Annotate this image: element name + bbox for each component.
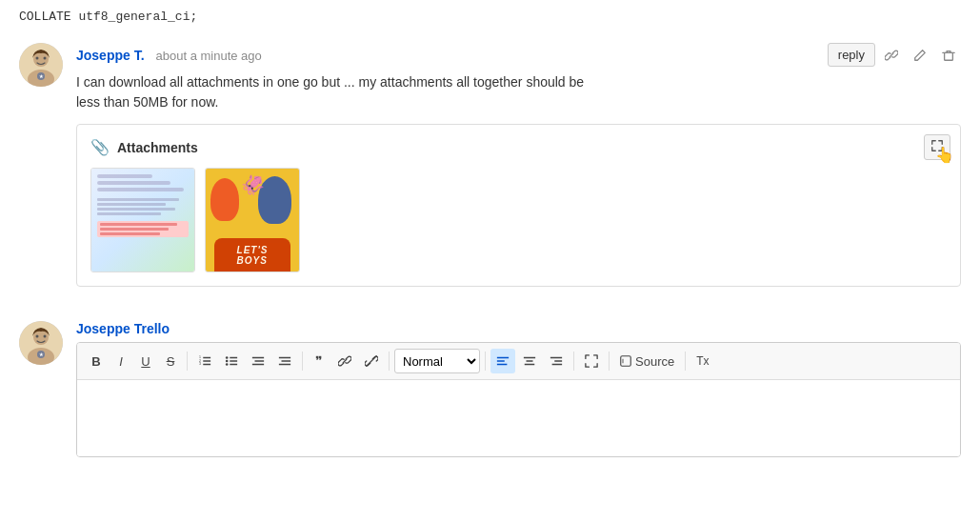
source-button[interactable]: Source (614, 349, 680, 373)
strikethrough-button[interactable]: S (159, 349, 182, 373)
unordered-list-button[interactable] (219, 349, 244, 373)
fullscreen-button[interactable] (579, 349, 604, 373)
expand-button[interactable] (924, 134, 950, 160)
indent-icon (278, 354, 291, 368)
spacer (0, 306, 980, 321)
trash-icon (942, 49, 955, 62)
toolbar-sep-2 (302, 352, 303, 371)
toolbar-sep-3 (389, 352, 390, 371)
editor-wrapper: Joseppe Trello B I U S 1 (76, 321, 961, 457)
format-select[interactable]: Normal Heading 1 Heading 2 Heading 3 (394, 349, 480, 373)
lets-boys-text: LET'SBOYS (237, 245, 269, 266)
indent-button[interactable] (272, 349, 297, 373)
ordered-list-button[interactable]: 1 2 3 (192, 349, 217, 373)
insert-link-button[interactable] (332, 349, 357, 373)
thumb-decoration (97, 212, 161, 215)
comment-author-info: Joseppe T. about a minute ago (76, 48, 262, 63)
editor-avatar: ★ (19, 321, 63, 365)
thumb-decoration (97, 181, 170, 185)
comment-text-line1: I can download all attachments in one go… (76, 74, 584, 90)
align-center-button[interactable] (517, 349, 542, 373)
character-decoration (210, 178, 239, 221)
thumb-screenshot-content (91, 169, 194, 272)
svg-point-3 (36, 57, 39, 60)
clear-format-button[interactable]: Tx (690, 349, 714, 373)
edit-button[interactable] (908, 45, 932, 66)
attachments-grid: LET'SBOYS 🦑 (90, 168, 947, 272)
comment-header: Joseppe T. about a minute ago reply (76, 43, 961, 67)
align-right-button[interactable] (544, 349, 569, 373)
paperclip-icon: 📎 (90, 138, 110, 156)
svg-text:3: 3 (199, 362, 201, 366)
editor-section: ★ Joseppe Trello B I U S (0, 321, 980, 457)
attachments-box: 📎 Attachments 👆 (76, 124, 961, 287)
thumb-decoration (97, 174, 152, 178)
link-button[interactable] (879, 45, 904, 66)
svg-rect-8 (945, 52, 953, 60)
attachment-thumb-2[interactable]: LET'SBOYS 🦑 (205, 168, 300, 272)
source-label: Source (635, 354, 674, 369)
comment-text: I can download all attachments in one go… (76, 72, 961, 112)
outdent-icon (251, 354, 265, 368)
svg-point-17 (44, 335, 47, 338)
thumb-decoration (100, 232, 160, 235)
align-center-icon (523, 354, 536, 368)
ol-icon: 1 2 3 (198, 354, 211, 368)
source-icon (620, 355, 631, 367)
attachments-label: Attachments (117, 140, 198, 155)
thumb-decoration (97, 188, 184, 191)
comment-actions: reply (828, 43, 961, 67)
code-line: COLLATE utf8_general_ci; (0, 0, 980, 43)
insert-link-icon (338, 354, 351, 368)
unlink-icon (365, 354, 378, 368)
avatar: ★ (19, 43, 63, 87)
toolbar-sep-1 (187, 352, 188, 371)
lets-boys-banner: LET'SBOYS (214, 238, 290, 272)
bold-button[interactable]: B (85, 349, 108, 373)
fullscreen-icon (585, 354, 598, 368)
delete-button[interactable] (936, 45, 961, 66)
underline-button[interactable]: U (134, 349, 157, 373)
thumb-decoration (97, 198, 179, 201)
ul-icon (225, 354, 238, 368)
toolbar-sep-6 (609, 352, 610, 371)
comment-section: ★ Joseppe T. about a minute ago reply (0, 43, 980, 287)
editor-comment-item: ★ Joseppe Trello B I U S (19, 321, 961, 457)
comment-time: about a minute ago (155, 49, 261, 63)
clear-format-icon: Tx (696, 354, 709, 368)
comment-author: Joseppe T. (76, 48, 145, 63)
thumb-sub-content (97, 198, 189, 215)
italic-button[interactable]: I (110, 349, 132, 373)
svg-point-4 (44, 57, 47, 60)
thumb-decoration (100, 228, 169, 231)
svg-point-30 (226, 360, 229, 363)
quote-icon: ❞ (315, 353, 323, 369)
svg-point-31 (226, 363, 229, 366)
align-left-icon (496, 354, 510, 368)
align-left-button[interactable] (490, 349, 515, 373)
editor-toolbar: B I U S 1 2 3 (77, 343, 960, 380)
character-emoji: 🦑 (241, 173, 265, 196)
editor-body[interactable] (77, 380, 960, 456)
comment-text-line2: less than 50MB for now. (76, 94, 218, 110)
svg-point-29 (226, 356, 229, 359)
link-icon (885, 49, 898, 62)
blockquote-button[interactable]: ❞ (308, 349, 330, 373)
svg-line-39 (367, 356, 377, 367)
svg-rect-49 (621, 356, 631, 367)
editor-box: B I U S 1 2 3 (76, 342, 961, 457)
thumb-decoration (100, 223, 177, 226)
thumb-highlight (97, 221, 189, 237)
unlink-button[interactable] (359, 349, 384, 373)
attachment-thumb-1[interactable] (90, 168, 195, 272)
toolbar-sep-4 (485, 352, 486, 371)
edit-icon (913, 49, 927, 62)
thumb-decoration (97, 208, 175, 211)
comment-item: ★ Joseppe T. about a minute ago reply (19, 43, 961, 287)
reply-button[interactable]: reply (828, 43, 875, 67)
outdent-button[interactable] (246, 349, 270, 373)
attachments-title: 📎 Attachments (90, 138, 947, 156)
align-right-icon (550, 354, 563, 368)
thumb-colorful-content: LET'SBOYS 🦑 (206, 169, 299, 272)
toolbar-sep-5 (573, 352, 574, 371)
